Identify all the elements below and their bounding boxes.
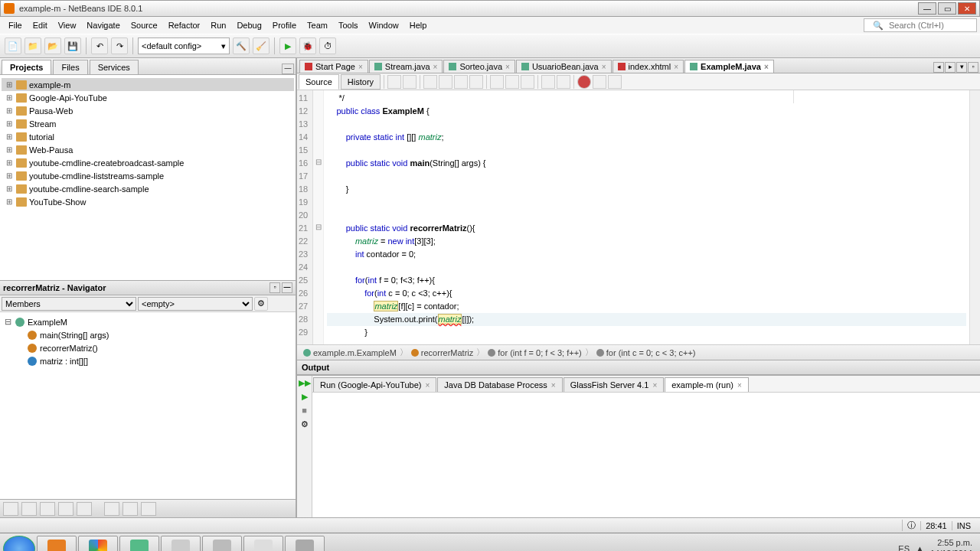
menu-debug[interactable]: Debug (231, 21, 266, 30)
find-next-button[interactable] (454, 75, 468, 89)
project-item[interactable]: ⊞youtube-cmdline-createbroadcast-sample (2, 156, 294, 169)
scope-select[interactable]: <empty> (138, 297, 253, 311)
navigator-tree[interactable]: ⊟ExampleMmain(String[] args)recorrerMatr… (0, 312, 296, 499)
rerun-alt-button[interactable]: ▶ (299, 391, 310, 402)
menu-help[interactable]: Help (404, 21, 433, 30)
source-tab[interactable]: Source (299, 74, 339, 90)
nav-filter-1[interactable] (3, 502, 18, 516)
tab-services[interactable]: Services (90, 60, 139, 74)
members-select[interactable]: Members (2, 297, 136, 311)
taskbar-app-1[interactable] (161, 536, 201, 552)
config-select[interactable]: <default config>▾ (138, 37, 230, 54)
menu-refactor[interactable]: Refactor (163, 21, 206, 30)
nav-member[interactable]: matriz : int[][] (3, 354, 292, 367)
new-project-button[interactable]: 📁 (24, 37, 41, 54)
find-selection-button[interactable] (423, 75, 437, 89)
output-tab[interactable]: Run (Google-Api-YouTube)× (313, 377, 436, 392)
redo-button[interactable]: ↷ (111, 37, 128, 54)
editor-tab[interactable]: index.xhtml× (612, 60, 684, 73)
menu-source[interactable]: Source (126, 21, 163, 30)
projects-tree[interactable]: ⊞example-m⊞Google-Api-YouTube⊞Pausa-Web⊞… (0, 75, 296, 280)
uncomment-button[interactable] (608, 75, 622, 89)
filter-button[interactable]: ⚙ (254, 297, 268, 311)
profile-button[interactable]: ⏱ (319, 37, 336, 54)
taskbar-app-4[interactable] (285, 536, 325, 552)
project-item[interactable]: ⊞Pausa-Web (2, 104, 294, 117)
line-gutter[interactable]: 11121314151617181920212223242526272829 (297, 90, 313, 344)
taskbar-app-3[interactable] (243, 536, 283, 552)
build-button[interactable]: 🔨 (233, 37, 250, 54)
toggle-bookmark-button[interactable] (521, 75, 534, 89)
project-item[interactable]: ⊞youtube-cmdline-liststreams-sample (2, 169, 294, 182)
open-project-button[interactable]: 📂 (44, 37, 61, 54)
output-settings-button[interactable]: ⚙ (299, 419, 310, 429)
taskbar-app-2[interactable] (202, 536, 242, 552)
project-item[interactable]: ⊞YouTube-Show (2, 195, 294, 208)
next-bookmark-button[interactable] (505, 75, 519, 89)
menu-view[interactable]: View (53, 21, 82, 30)
clean-build-button[interactable]: 🧹 (253, 37, 270, 54)
nav-member[interactable]: main(String[] args) (3, 328, 292, 341)
editor-tab[interactable]: Stream.java× (369, 60, 443, 73)
project-item[interactable]: ⊞example-m (2, 78, 294, 91)
output-body[interactable] (312, 393, 980, 517)
new-file-button[interactable]: 📄 (5, 37, 21, 54)
menu-team[interactable]: Team (302, 21, 333, 30)
find-prev-button[interactable] (439, 75, 452, 89)
taskbar-chrome[interactable] (78, 536, 118, 552)
project-item[interactable]: ⊞tutorial (2, 130, 294, 143)
minimize-button[interactable]: — (918, 2, 936, 15)
menu-edit[interactable]: Edit (28, 21, 53, 30)
editor-tab[interactable]: Sorteo.java× (443, 60, 515, 73)
menu-file[interactable]: File (3, 21, 28, 30)
rerun-button[interactable]: ▶▶ (299, 377, 310, 388)
menu-run[interactable]: Run (205, 21, 231, 30)
nav-filter-3[interactable] (40, 502, 55, 516)
system-tray[interactable]: ES ▲ 2:55 p.m. 14/12/2014 (898, 538, 977, 551)
panel-minimize-button[interactable]: — (282, 64, 294, 74)
tab-scroll-right[interactable]: ▸ (945, 62, 956, 73)
taskbar-netbeans[interactable] (119, 536, 159, 552)
tab-files[interactable]: Files (53, 60, 87, 74)
lang-indicator[interactable]: ES (898, 544, 910, 552)
start-button[interactable] (3, 536, 35, 552)
quicksearch[interactable]: 🔍 (864, 18, 977, 32)
nav-class[interactable]: ⊟ExampleM (3, 315, 292, 328)
breadcrumb-item[interactable]: example.m.ExampleM (300, 348, 400, 357)
nav-filter-2[interactable] (21, 502, 37, 516)
menu-tools[interactable]: Tools (333, 21, 364, 30)
save-all-button[interactable]: 💾 (64, 37, 81, 54)
close-button[interactable]: ✕ (958, 2, 976, 15)
output-tab[interactable]: GlassFish Server 4.1× (564, 377, 665, 392)
code-editor[interactable]: 11121314151617181920212223242526272829 ⊟… (297, 90, 980, 344)
code-area[interactable]: */ public class ExampleM { private stati… (324, 90, 969, 344)
taskbar-firefox[interactable] (37, 536, 77, 552)
project-item[interactable]: ⊞Google-Api-YouTube (2, 91, 294, 104)
nav-sort-1[interactable] (104, 502, 119, 516)
history-tab[interactable]: History (341, 74, 381, 90)
navigator-minimize-button[interactable]: — (282, 282, 292, 293)
nav-fwd-button[interactable] (403, 75, 416, 89)
stop-button[interactable]: ■ (299, 405, 310, 416)
editor-tab[interactable]: UsuarioBean.java× (516, 60, 612, 73)
maximize-editor-button[interactable]: ▫ (968, 62, 978, 73)
nav-filter-4[interactable] (58, 502, 74, 516)
search-input[interactable] (889, 21, 973, 30)
prev-bookmark-button[interactable] (490, 75, 504, 89)
shift-right-button[interactable] (557, 75, 570, 89)
debug-button[interactable]: 🐞 (299, 37, 316, 54)
project-item[interactable]: ⊞Web-Pausa (2, 143, 294, 156)
tab-list-button[interactable]: ▾ (956, 62, 967, 73)
nav-back-button[interactable] (387, 75, 401, 89)
nav-filter-5[interactable] (77, 502, 92, 516)
editor-tab[interactable]: Start Page× (299, 60, 368, 73)
maximize-button[interactable]: ▭ (938, 2, 956, 15)
project-item[interactable]: ⊞Stream (2, 117, 294, 130)
breadcrumb-item[interactable]: for (int f = 0; f < 3; f++) (485, 348, 584, 357)
macro-record-button[interactable] (577, 75, 591, 89)
error-stripe[interactable] (969, 90, 980, 344)
menu-profile[interactable]: Profile (267, 21, 302, 30)
output-tab[interactable]: Java DB Database Process× (437, 377, 562, 392)
fold-column[interactable]: ⊟⊟ (313, 90, 324, 344)
project-item[interactable]: ⊞youtube-cmdline-search-sample (2, 182, 294, 195)
